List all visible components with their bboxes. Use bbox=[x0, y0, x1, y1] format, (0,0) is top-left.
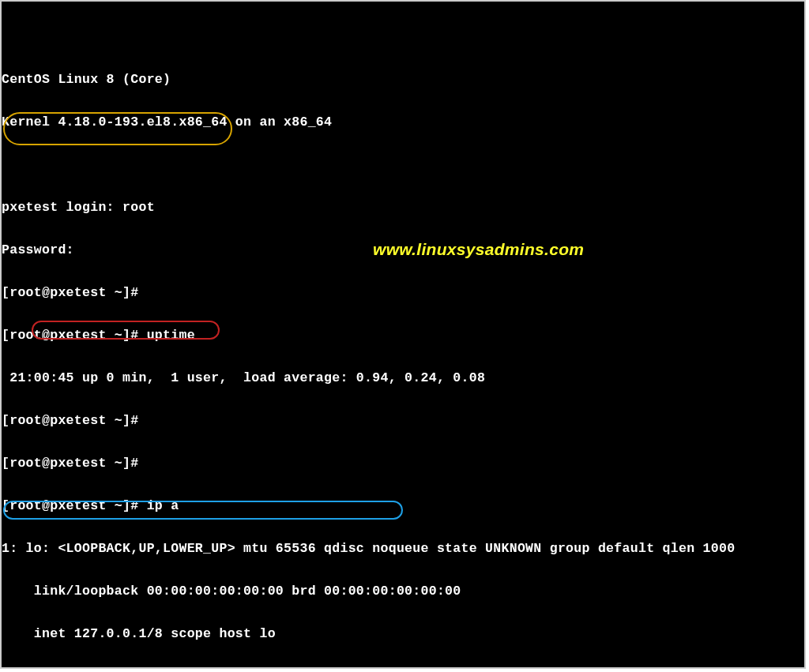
watermark-text: www.linuxsysadmins.com bbox=[373, 242, 584, 257]
terminal-line: 1: lo: <LOOPBACK,UP,LOWER_UP> mtu 65536 … bbox=[2, 542, 804, 556]
terminal-line: [root@pxetest ~]# uptime bbox=[2, 328, 804, 343]
terminal-line bbox=[2, 30, 804, 44]
terminal-line: link/loopback 00:00:00:00:00:00 brd 00:0… bbox=[2, 584, 804, 599]
terminal-line: 21:00:45 up 0 min, 1 user, load average:… bbox=[2, 371, 804, 385]
terminal-line: [root@pxetest ~]# bbox=[2, 456, 804, 471]
terminal-line: Kernel 4.18.0-193.el8.x86_64 on an x86_6… bbox=[2, 115, 804, 130]
terminal-line: CentOS Linux 8 (Core) bbox=[2, 73, 804, 87]
terminal-line bbox=[2, 158, 804, 172]
terminal-screen[interactable]: CentOS Linux 8 (Core) Kernel 4.18.0-193.… bbox=[0, 0, 806, 669]
terminal-line: [root@pxetest ~]# bbox=[2, 286, 804, 300]
terminal-line: pxetest login: root bbox=[2, 201, 804, 215]
terminal-line: [root@pxetest ~]# ip a bbox=[2, 499, 804, 513]
terminal-line: inet 127.0.0.1/8 scope host lo bbox=[2, 627, 804, 641]
terminal-line: [root@pxetest ~]# bbox=[2, 414, 804, 428]
